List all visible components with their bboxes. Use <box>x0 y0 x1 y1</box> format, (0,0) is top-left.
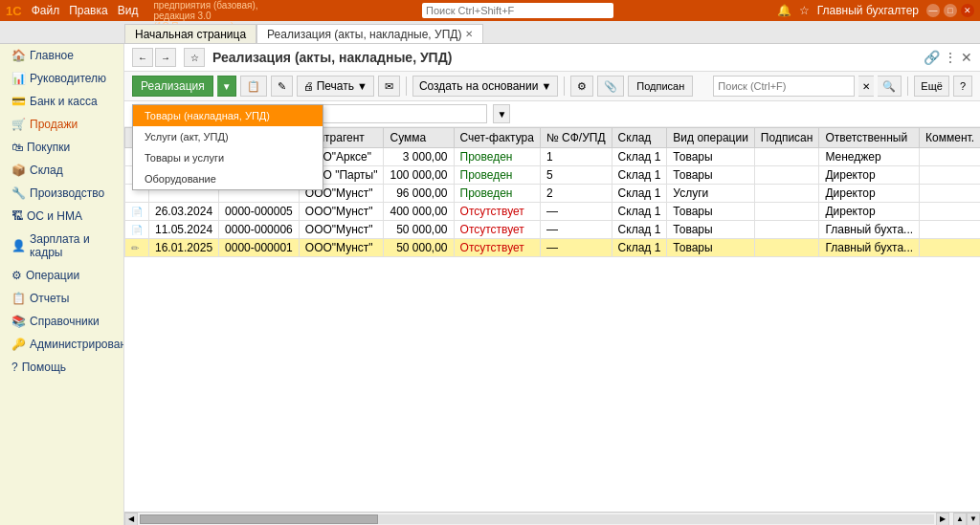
table-cell: Товары <box>667 239 755 257</box>
sidebar-item-label: Отчеты <box>30 292 69 305</box>
sidebar-item-operacii[interactable]: ⚙ Операции <box>0 264 123 287</box>
doc-close-icon[interactable]: ✕ <box>961 50 972 65</box>
realization-dropdown-button[interactable]: ▼ <box>217 76 236 97</box>
sidebar-item-label: Главное <box>30 49 74 62</box>
toolbar-separator <box>406 77 407 96</box>
attachment-button[interactable]: 📎 <box>597 76 624 97</box>
sidebar-item-spravochniki[interactable]: 📚 Справочники <box>0 310 123 333</box>
sidebar-item-otchety[interactable]: 📋 Отчеты <box>0 287 123 310</box>
sidebar-item-admin[interactable]: 🔑 Администрирование <box>0 333 123 356</box>
scroll-down-button[interactable]: ▼ <box>967 513 980 526</box>
signed-button[interactable]: Подписан <box>628 76 693 97</box>
col-vid-op[interactable]: Вид операции <box>667 128 755 148</box>
doc-more-icon[interactable]: ⋮ <box>944 50 957 65</box>
title-menu-item[interactable]: Вид <box>118 4 139 17</box>
minimize-button[interactable]: — <box>926 4 940 17</box>
scroll-thumb[interactable] <box>140 514 378 524</box>
more-button[interactable]: Ещё <box>914 76 949 97</box>
table-cell: ✏ <box>125 239 149 257</box>
sidebar-item-label: Банк и касса <box>30 95 98 108</box>
sidebar-item-sklad[interactable]: 📦 Склад <box>0 159 123 182</box>
nav-forward-button[interactable]: → <box>155 48 176 67</box>
table-cell: Отсутствует <box>454 221 540 239</box>
tab-bar: Начальная страница Реализация (акты, нак… <box>0 21 980 44</box>
dropdown-item-oborudovanie[interactable]: Оборудование <box>133 168 323 189</box>
title-bar-right: 🔔 ☆ Главный бухгалтер — □ ✕ <box>777 4 974 17</box>
col-summa[interactable]: Сумма <box>384 128 454 148</box>
star-icon[interactable]: ☆ <box>799 4 810 17</box>
realization-button[interactable]: Реализация <box>132 76 213 97</box>
table-cell: Отсутствует <box>454 239 540 257</box>
sidebar-item-rukovoditelyu[interactable]: 📊 Руководителю <box>0 67 123 90</box>
col-podpisan[interactable]: Подписан <box>754 128 819 148</box>
table-cell: — <box>540 203 612 221</box>
dropdown-item-tovary-nakladnaya[interactable]: Товары (накладная, УПД) <box>133 105 323 126</box>
sidebar-item-zarplata[interactable]: 👤 Зарплата и кадры <box>0 228 123 264</box>
scroll-up-button[interactable]: ▲ <box>953 513 967 526</box>
email-button[interactable]: ✉ <box>378 76 400 97</box>
table-row[interactable]: 📄11.05.20240000-000006ООО"Мунст"50 000,0… <box>125 221 981 239</box>
table-row[interactable]: ✏16.01.20250000-000001ООО"Мунст"50 000,0… <box>125 239 981 257</box>
toolbar: Реализация ▼ 📋 ✎ 🖨 Печать ▼ ✉ Создать на… <box>124 72 980 101</box>
table-row[interactable]: 📄26.03.20240000-000005ООО"Мунст"400 000,… <box>125 203 981 221</box>
create-basis-button[interactable]: Создать на основании ▼ <box>412 76 558 97</box>
horizontal-scrollbar[interactable]: ◀ ▶ ▲ ▼ <box>124 512 980 525</box>
nav-star-button[interactable]: ☆ <box>184 48 205 67</box>
purchases-icon: 🛍 <box>11 141 23 154</box>
sidebar-item-proizvodstvo[interactable]: 🔧 Производство <box>0 182 123 205</box>
search-go-button[interactable]: 🔍 <box>878 76 902 97</box>
tab-document[interactable]: Реализация (акты, накладные, УПД) ✕ <box>256 24 483 43</box>
copy-button[interactable]: 📋 <box>240 76 267 97</box>
table-cell: 50 000,00 <box>384 221 454 239</box>
print-button[interactable]: 🖨 Печать ▼ <box>297 76 374 97</box>
edit-button[interactable]: ✎ <box>271 76 293 97</box>
sidebar-item-os-nma[interactable]: 🏗 ОС и НМА <box>0 205 123 228</box>
notification-icon[interactable]: 🔔 <box>777 4 791 17</box>
table-cell: Главный бухта... <box>819 239 920 257</box>
table-search-input[interactable] <box>713 76 855 97</box>
close-button[interactable]: ✕ <box>961 4 974 17</box>
sidebar-item-label: Администрирование <box>30 338 124 351</box>
scroll-left-button[interactable]: ◀ <box>124 513 138 526</box>
help-button[interactable]: ? <box>953 76 972 97</box>
settings-button[interactable]: ⚙ <box>570 76 593 97</box>
kontragent-select-button[interactable]: ▼ <box>493 104 510 123</box>
sidebar-item-glavnoe[interactable]: 🏠 Главное <box>0 44 123 67</box>
table-cell: Склад 1 <box>612 185 667 203</box>
scroll-track[interactable] <box>140 514 934 524</box>
sidebar-item-bank[interactable]: 💳 Банк и касса <box>0 90 123 113</box>
sidebar-item-help[interactable]: ? Помощь <box>0 356 123 379</box>
table-cell: Склад 1 <box>612 203 667 221</box>
salary-icon: 👤 <box>11 239 26 252</box>
table-cell: ООО"Мунст" <box>299 239 384 257</box>
sidebar-item-pokupki[interactable]: 🛍 Покупки <box>0 136 123 159</box>
title-search-input[interactable] <box>422 3 613 18</box>
table-cell: Товары <box>667 221 755 239</box>
operations-icon: ⚙ <box>11 269 22 282</box>
user-label: Главный бухгалтер <box>817 4 919 17</box>
table-cell: Товары <box>667 166 755 185</box>
nav-back-button[interactable]: ← <box>132 48 153 67</box>
scroll-right-button[interactable]: ▶ <box>936 513 949 526</box>
tab-home[interactable]: Начальная страница <box>124 24 256 43</box>
home-icon: 🏠 <box>11 49 26 62</box>
col-otvets[interactable]: Ответственный <box>819 128 920 148</box>
doc-link-icon[interactable]: 🔗 <box>924 50 940 65</box>
col-schet[interactable]: Счет-фактура <box>454 128 540 148</box>
dropdown-item-uslugi[interactable]: Услуги (акт, УПД) <box>133 126 323 147</box>
col-sklad[interactable]: Склад <box>612 128 667 148</box>
sidebar-item-prodazhi[interactable]: 🛒 Продажи <box>0 113 123 136</box>
table-cell: Директор <box>819 185 920 203</box>
col-sf-upd[interactable]: № СФ/УПД <box>540 128 612 148</box>
title-menu-item[interactable]: Файл <box>32 4 60 17</box>
tab-close-icon[interactable]: ✕ <box>465 29 473 39</box>
title-menu-item[interactable]: Правка <box>69 4 108 17</box>
table-cell: Директор <box>819 166 920 185</box>
maximize-button[interactable]: □ <box>944 4 957 17</box>
table-cell: Отсутствует <box>454 203 540 221</box>
dropdown-item-tovary-uslugi[interactable]: Товары и услуги <box>133 147 323 168</box>
table-cell: 50 000,00 <box>384 239 454 257</box>
title-search-area <box>264 3 770 18</box>
col-comment[interactable]: Коммент. <box>920 128 980 148</box>
search-clear-button[interactable]: ✕ <box>858 76 874 97</box>
